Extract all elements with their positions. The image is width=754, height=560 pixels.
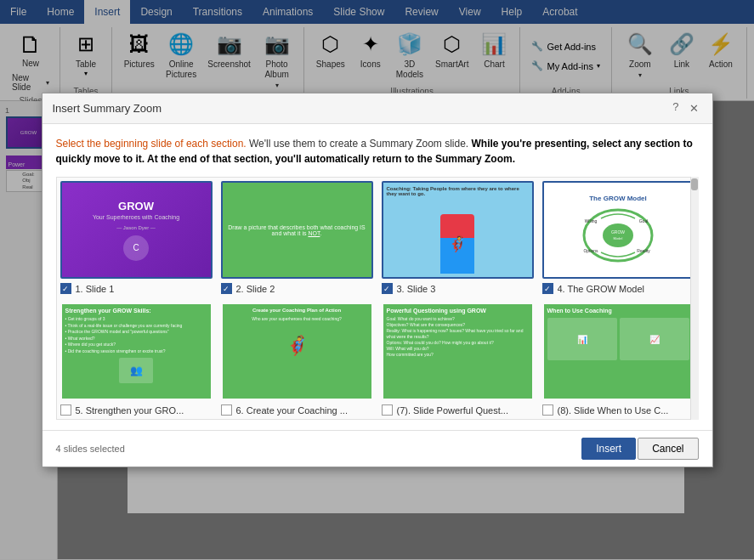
- slide-8-checkbox[interactable]: [542, 404, 553, 416]
- slide-item-8[interactable]: When to Use Coaching 📊 📈: [542, 303, 694, 416]
- slide-7-checkbox[interactable]: [382, 404, 393, 416]
- main-area: 1 GROW Power Goal:ObjReal Slide Content: [0, 101, 754, 559]
- slide-preview-6[interactable]: Create your Coaching Plan of Action Who …: [221, 303, 373, 400]
- svg-text:Model: Model: [614, 236, 623, 240]
- slide-6-label: 6. Create your Coaching ...: [236, 405, 348, 416]
- slide-2-label: 2. Slide 2: [236, 284, 275, 294]
- slide-item-3[interactable]: Coaching: Taking People from where they …: [382, 181, 534, 294]
- slide-4-label: 4. The GROW Model: [558, 284, 645, 294]
- svg-text:Willing: Willing: [585, 218, 598, 223]
- slide-4-checkbox[interactable]: ✓: [542, 283, 553, 294]
- slide-3-label: 3. Slide 3: [397, 284, 436, 294]
- slide-1-label: 1. Slide 1: [76, 284, 115, 294]
- slide-preview-8[interactable]: When to Use Coaching 📊 📈: [542, 303, 694, 400]
- slide-2-checkbox[interactable]: ✓: [221, 283, 232, 294]
- scrollbar[interactable]: [690, 177, 699, 420]
- slide-8-label: (8). Slide When to Use C...: [558, 405, 669, 416]
- slide-preview-7[interactable]: Powerful Questioning using GROW Goal: Wh…: [382, 303, 534, 400]
- slide-item-1[interactable]: GROW Your Superheroes with Coaching — Ja…: [60, 181, 213, 294]
- slide-6-checkbox[interactable]: [221, 404, 232, 416]
- slide-item-4[interactable]: The GROW Model GROW Model W: [542, 181, 694, 294]
- slide-3-checkbox[interactable]: ✓: [382, 283, 393, 294]
- slide-item-2[interactable]: Draw a picture that describes both what …: [221, 181, 373, 294]
- cancel-button[interactable]: Cancel: [638, 438, 698, 460]
- slide-item-5[interactable]: Strengthen your GROW Skills: • Get into …: [60, 303, 213, 416]
- insert-summary-zoom-dialog: Insert Summary Zoom ? ✕ Select the begin…: [42, 93, 713, 467]
- slide-5-label: 5. Strengthen your GRO...: [76, 405, 184, 416]
- svg-text:GROW: GROW: [611, 229, 625, 235]
- selected-count: 4 slides selected: [56, 444, 581, 454]
- dialog-overlay: Insert Summary Zoom ? ✕ Select the begin…: [0, 0, 754, 560]
- dialog-instruction: Select the beginning slide of each secti…: [56, 136, 699, 167]
- slide-item-6[interactable]: Create your Coaching Plan of Action Who …: [221, 303, 373, 416]
- slide-preview-1[interactable]: GROW Your Superheroes with Coaching — Ja…: [60, 181, 213, 279]
- insert-button[interactable]: Insert: [581, 438, 636, 460]
- dialog-close-button[interactable]: ✕: [686, 100, 702, 116]
- dialog-footer: 4 slides selected Insert Cancel: [43, 430, 712, 467]
- svg-text:Options: Options: [583, 248, 598, 253]
- slide-7-label: (7). Slide Powerful Quest...: [397, 405, 508, 416]
- slide-preview-3[interactable]: Coaching: Taking People from where they …: [382, 181, 534, 279]
- slides-grid: GROW Your Superheroes with Coaching — Ja…: [56, 177, 699, 420]
- slide-5-checkbox[interactable]: [60, 404, 71, 416]
- slide-1-checkbox[interactable]: ✓: [60, 283, 71, 294]
- svg-text:Goal: Goal: [639, 218, 649, 223]
- svg-text:Reality: Reality: [637, 248, 650, 253]
- dialog-titlebar: Insert Summary Zoom ? ✕: [43, 93, 712, 124]
- slide-preview-5[interactable]: Strengthen your GROW Skills: • Get into …: [60, 303, 213, 400]
- scrollbar-thumb[interactable]: [691, 178, 698, 190]
- dialog-body: Select the beginning slide of each secti…: [43, 124, 712, 430]
- dialog-title: Insert Summary Zoom: [53, 102, 162, 115]
- slide-preview-2[interactable]: Draw a picture that describes both what …: [221, 181, 373, 279]
- dialog-help-button[interactable]: ?: [672, 100, 678, 116]
- slide-item-7[interactable]: Powerful Questioning using GROW Goal: Wh…: [382, 303, 534, 416]
- slide-preview-4[interactable]: The GROW Model GROW Model W: [542, 181, 694, 279]
- svg-point-1: [603, 223, 633, 247]
